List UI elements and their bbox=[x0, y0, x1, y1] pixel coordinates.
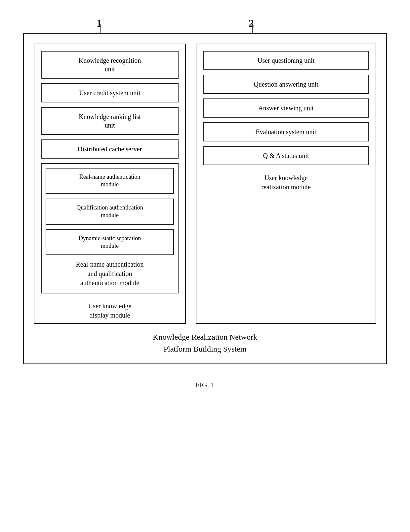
system-label: Knowledge Realization Network Platform B… bbox=[34, 331, 376, 355]
auth-group-label: Real-name authentication and qualificati… bbox=[46, 260, 174, 287]
real-name-auth-module: Real-name authentication module bbox=[46, 168, 174, 194]
auth-group: Real-name authentication module Qualific… bbox=[41, 163, 179, 293]
outer-container: 1 2 Knowledge recognition unit User cred… bbox=[23, 33, 387, 364]
user-knowledge-realization-module: User knowledge realization module bbox=[203, 173, 369, 192]
evaluation-system-unit: Evaluation system unit bbox=[203, 122, 369, 141]
bracket-line-2 bbox=[252, 24, 253, 34]
columns: Knowledge recognition unit User credit s… bbox=[34, 44, 376, 324]
qualification-auth-module: Qualification authentication module bbox=[46, 199, 174, 225]
bracket-line-1 bbox=[100, 24, 101, 34]
knowledge-ranking-list-unit: Knowledge ranking list unit bbox=[41, 107, 179, 135]
distributed-cache-server: Distributed cache server bbox=[41, 139, 179, 159]
dynamic-static-sep-module: Dynamic-static separation module bbox=[46, 229, 174, 255]
knowledge-recognition-unit: Knowledge recognition unit bbox=[41, 51, 179, 79]
right-column: User questioning unit Question answering… bbox=[196, 44, 376, 324]
answer-viewing-unit: Answer viewing unit bbox=[203, 98, 369, 118]
left-column: Knowledge recognition unit User credit s… bbox=[34, 44, 186, 324]
user-questioning-unit: User questioning unit bbox=[203, 51, 369, 70]
question-answering-unit: Question answering unit bbox=[203, 75, 369, 94]
user-knowledge-display-module: User knowledge display module bbox=[41, 301, 179, 320]
qa-status-unit: Q & A status unit bbox=[203, 146, 369, 165]
label-1: 1 bbox=[97, 17, 102, 29]
fig-label: FIG. 1 bbox=[195, 381, 214, 389]
label-2: 2 bbox=[249, 17, 254, 29]
user-credit-system-unit: User credit system unit bbox=[41, 83, 179, 102]
